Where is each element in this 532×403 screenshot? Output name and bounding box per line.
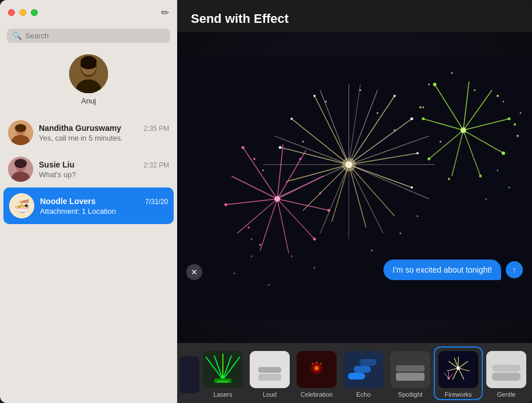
svg-point-46 — [279, 146, 282, 149]
effect-label-echo: Echo — [356, 391, 370, 398]
svg-point-67 — [253, 158, 255, 160]
search-input[interactable] — [25, 31, 165, 40]
effect-item-gentle[interactable]: Gentle — [483, 348, 530, 399]
svg-point-50 — [342, 158, 355, 171]
svg-rect-125 — [217, 381, 229, 382]
svg-point-102 — [251, 238, 253, 240]
svg-point-99 — [439, 141, 441, 142]
svg-point-12 — [14, 159, 27, 168]
conversation-item-noodle[interactable]: 🍜 Noodle Lovers 7/31/20 Attachment: 1 Lo… — [3, 187, 174, 224]
svg-point-8 — [15, 124, 26, 132]
conversation-name: Noodle Lovers — [40, 197, 95, 206]
send-button[interactable]: ↑ — [506, 261, 523, 278]
effect-item-lasers[interactable]: Lasers — [199, 348, 246, 399]
svg-point-92 — [461, 127, 466, 133]
effect-item-celebration[interactable]: Celebration — [293, 348, 340, 399]
svg-point-90 — [497, 95, 499, 97]
avatar — [69, 54, 108, 93]
svg-rect-142 — [396, 365, 425, 372]
effect-item-fireworks[interactable]: Fireworks — [434, 346, 483, 400]
svg-point-110 — [428, 83, 430, 85]
svg-point-85 — [427, 157, 430, 160]
partial-effect-item — [179, 353, 199, 393]
main-panel: Send with Effect — [177, 0, 532, 403]
svg-point-117 — [251, 256, 253, 257]
svg-point-66 — [274, 196, 280, 202]
svg-point-45 — [411, 186, 413, 189]
svg-rect-138 — [354, 366, 371, 373]
effect-label-spotlight: Spotlight — [398, 391, 423, 398]
close-effect-button[interactable]: ✕ — [186, 264, 202, 280]
message-bubble: I'm so excited about tonight! — [383, 260, 501, 280]
page-title: Send with Effect — [191, 11, 518, 26]
avatar — [8, 120, 33, 145]
svg-point-68 — [259, 244, 261, 246]
svg-rect-128 — [258, 367, 281, 373]
pinned-contact[interactable]: Anuj — [0, 49, 177, 114]
maximize-button[interactable] — [31, 9, 38, 16]
conversation-time: 2:35 PM — [143, 125, 169, 133]
svg-point-84 — [507, 117, 510, 120]
close-icon: ✕ — [191, 268, 198, 277]
svg-point-94 — [359, 89, 361, 91]
svg-point-43 — [410, 117, 413, 120]
svg-point-4 — [81, 60, 97, 69]
effect-label-fireworks: Fireworks — [445, 391, 472, 398]
minimize-button[interactable] — [19, 9, 26, 16]
svg-point-71 — [247, 226, 250, 229]
search-icon: 🔍 — [13, 31, 22, 40]
svg-point-42 — [394, 95, 396, 97]
svg-point-48 — [313, 95, 315, 97]
conversation-time: 2:32 PM — [143, 161, 169, 169]
close-button[interactable] — [8, 9, 15, 16]
effect-thumb-fireworks — [438, 351, 478, 388]
svg-point-93 — [325, 101, 327, 102]
svg-point-62 — [242, 146, 245, 149]
effect-item-loud[interactable]: Loud — [246, 348, 293, 399]
svg-point-88 — [517, 135, 519, 137]
svg-point-104 — [399, 233, 401, 234]
svg-rect-139 — [359, 359, 377, 366]
effect-label-lasers: Lasers — [213, 391, 232, 398]
svg-point-87 — [514, 123, 516, 126]
conversation-time: 7/31/20 — [145, 198, 168, 206]
svg-point-44 — [417, 152, 419, 154]
conversation-item-nanditha[interactable]: Nanditha Guruswamy 2:35 PM Yes, call me … — [0, 114, 177, 151]
svg-point-108 — [508, 186, 510, 188]
effect-item-echo[interactable]: Echo — [340, 348, 387, 399]
effect-thumb-spotlight — [390, 351, 430, 388]
svg-point-97 — [394, 129, 395, 131]
svg-point-152 — [457, 366, 460, 370]
svg-rect-159 — [492, 365, 521, 372]
search-bar: 🔍 — [7, 29, 170, 43]
effect-item-spotlight[interactable]: Spotlight — [387, 348, 434, 399]
svg-point-86 — [479, 174, 482, 177]
conversation-preview: Attachment: 1 Location — [40, 207, 168, 216]
svg-rect-137 — [348, 373, 365, 380]
effect-thumb-echo — [343, 351, 383, 388]
svg-point-47 — [290, 118, 293, 120]
svg-rect-141 — [396, 373, 425, 381]
fireworks-svg — [177, 32, 532, 343]
svg-point-81 — [433, 83, 437, 86]
svg-point-103 — [314, 267, 315, 269]
svg-point-133 — [316, 361, 318, 363]
conversation-name: Susie Liu — [39, 160, 74, 169]
conversation-list: Nanditha Guruswamy 2:35 PM Yes, call me … — [0, 114, 177, 403]
svg-point-135 — [312, 362, 314, 364]
avatar — [8, 157, 33, 182]
svg-point-83 — [502, 151, 505, 155]
svg-point-98 — [422, 106, 424, 108]
svg-point-115 — [234, 273, 235, 274]
compose-button[interactable]: ✏ — [161, 7, 169, 19]
svg-point-111 — [451, 72, 453, 74]
svg-point-100 — [262, 169, 264, 171]
svg-point-156 — [447, 377, 450, 380]
conversation-name: Nanditha Guruswamy — [39, 123, 121, 133]
conversation-item-susie[interactable]: Susie Liu 2:32 PM What's up? — [0, 151, 177, 187]
svg-point-96 — [302, 141, 304, 142]
svg-point-64 — [313, 238, 316, 241]
fireworks-display: I'm so excited about tonight! ↑ ✕ — [177, 32, 532, 343]
conversation-content: Susie Liu 2:32 PM What's up? — [39, 160, 169, 179]
svg-point-134 — [320, 362, 322, 364]
